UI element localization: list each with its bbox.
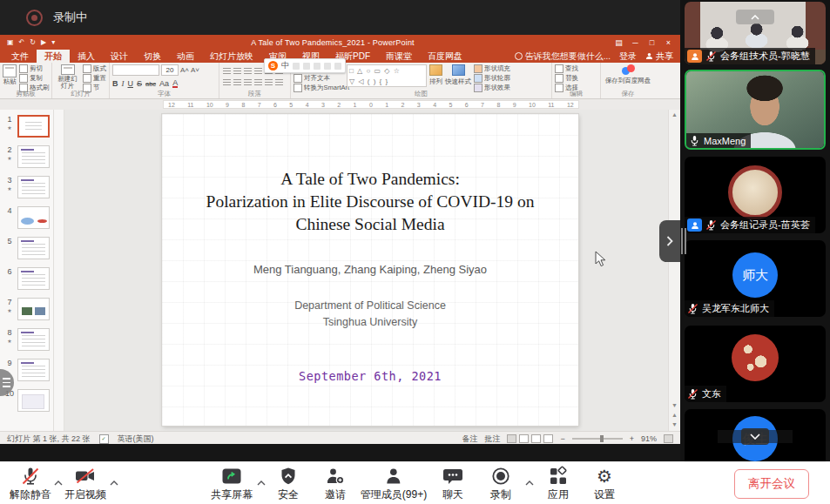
ppt-tab-5[interactable]: 动画 bbox=[169, 50, 202, 63]
slide-thumbnail-3[interactable] bbox=[17, 176, 50, 198]
input-method-bar[interactable]: S 中 bbox=[264, 58, 346, 73]
start-video-button[interactable]: 开启视频 bbox=[64, 465, 106, 502]
replace-button[interactable]: 替换 bbox=[555, 74, 578, 82]
reset-button[interactable]: 重置 bbox=[83, 74, 106, 82]
manage-members-button[interactable]: 管理成员(99+) bbox=[361, 465, 427, 502]
justify-icon[interactable] bbox=[254, 79, 262, 86]
slide-thumbnail-10[interactable] bbox=[17, 389, 50, 412]
maximize-icon[interactable]: □ bbox=[644, 38, 660, 47]
ppt-tab-11[interactable]: 百度网盘 bbox=[420, 50, 470, 63]
sidebar-drag-grip[interactable] bbox=[681, 228, 686, 254]
participant-tile[interactable]: MaxMeng bbox=[685, 70, 826, 150]
fit-to-window-icon[interactable] bbox=[664, 434, 673, 443]
slide-thumbnail-1[interactable] bbox=[17, 115, 50, 138]
slide-thumbnail-row[interactable]: 2★ bbox=[4, 145, 53, 168]
quick-access-toolbar[interactable]: ▣ ↶ ↻ ▶ ▾ bbox=[7, 38, 55, 46]
zoom-out-icon[interactable]: − bbox=[560, 434, 564, 443]
quick-styles-button[interactable]: 快速样式 bbox=[445, 64, 471, 90]
leave-meeting-button[interactable]: 离开会议 bbox=[734, 469, 809, 499]
align-left-icon[interactable] bbox=[223, 79, 231, 86]
reading-view-icon[interactable] bbox=[531, 434, 541, 443]
tell-me-box[interactable]: 告诉我您想要做什么... bbox=[515, 50, 611, 63]
participant-tile[interactable]: 文东 bbox=[685, 326, 826, 402]
close-icon[interactable]: × bbox=[660, 38, 677, 47]
shape-fill-button[interactable]: 形状填充 bbox=[474, 64, 519, 72]
ppt-tab-6[interactable]: 幻灯片放映 bbox=[202, 50, 261, 63]
align-center-icon[interactable] bbox=[233, 79, 241, 86]
ppt-tab-3[interactable]: 设计 bbox=[103, 50, 136, 63]
security-button[interactable]: 安全 bbox=[278, 465, 299, 502]
slide-thumbnail-row[interactable]: 4 bbox=[4, 206, 53, 229]
normal-view-icon[interactable] bbox=[507, 434, 516, 443]
scroll-down-icon[interactable]: ▼ bbox=[671, 402, 678, 408]
indent-increase-icon[interactable] bbox=[254, 68, 262, 75]
ppt-tab-1[interactable]: 开始 bbox=[37, 50, 70, 63]
case-button[interactable]: Aa bbox=[159, 79, 169, 88]
find-button[interactable]: 查找 bbox=[555, 64, 578, 72]
slide-editor[interactable]: A Tale of Two Pandemics: Polarization in… bbox=[54, 110, 680, 431]
ime-tool-icon[interactable] bbox=[293, 63, 300, 70]
slide-thumbnail-6[interactable] bbox=[17, 267, 50, 290]
smartart-icon[interactable] bbox=[275, 79, 283, 86]
underline-button[interactable]: U bbox=[128, 79, 134, 88]
ppt-tab-4[interactable]: 切换 bbox=[136, 50, 169, 63]
zoom-level[interactable]: 91% bbox=[641, 434, 657, 443]
slide-sorter-icon[interactable] bbox=[519, 434, 529, 443]
bold-button[interactable]: B bbox=[112, 79, 118, 88]
save-icon[interactable]: ▣ bbox=[7, 38, 14, 46]
undo-icon[interactable]: ↶ bbox=[19, 38, 25, 46]
slideshow-view-icon[interactable] bbox=[543, 434, 553, 443]
ppt-tab-0[interactable]: 文件 bbox=[3, 50, 37, 63]
copy-button[interactable]: 复制 bbox=[19, 74, 50, 82]
slide-thumbnail-row[interactable]: 6 bbox=[4, 267, 53, 290]
view-switcher[interactable] bbox=[507, 434, 553, 443]
strikethrough-button[interactable]: S bbox=[137, 79, 142, 88]
cut-button[interactable]: 剪切 bbox=[19, 64, 50, 72]
slide-thumbnail-8[interactable] bbox=[17, 328, 50, 351]
slide-thumbnail-5[interactable] bbox=[17, 237, 50, 259]
bullets-icon[interactable] bbox=[223, 68, 231, 75]
new-slide-button[interactable]: 新建幻灯片 bbox=[55, 64, 80, 90]
slide-thumbnail-7[interactable] bbox=[17, 298, 50, 320]
spellcheck-icon[interactable]: ✓ bbox=[99, 434, 109, 444]
font-size-input[interactable]: 20 bbox=[161, 64, 179, 76]
slideshow-icon[interactable]: ▶ bbox=[41, 38, 46, 46]
ime-keyboard-icon[interactable] bbox=[324, 63, 331, 70]
font-name-input[interactable] bbox=[112, 64, 159, 76]
participant-tile[interactable]: 师大 吴龙军东北师大 bbox=[685, 240, 826, 317]
ime-emoji-icon[interactable] bbox=[303, 63, 310, 70]
previous-slide-icon[interactable]: ▲ bbox=[671, 412, 678, 418]
ppt-tab-2[interactable]: 插入 bbox=[70, 50, 103, 63]
share-button[interactable]: 共享 bbox=[645, 50, 673, 63]
shapes-gallery[interactable]: □ △ ○ ▭ ◇ ☆ ▽ ◁ ( ) { } bbox=[347, 64, 427, 87]
slide-thumbnail-row[interactable]: 5 bbox=[4, 237, 53, 259]
video-options-chevron[interactable] bbox=[110, 474, 118, 489]
slide-thumbnail-4[interactable] bbox=[17, 206, 50, 229]
sidebar-collapse-button[interactable] bbox=[741, 428, 769, 445]
ribbon-display-icon[interactable]: ▤ bbox=[611, 38, 627, 47]
participant-tile[interactable]: 会务组记录员-苗英荟 bbox=[685, 157, 826, 233]
slide-thumbnail-row[interactable]: 3★ bbox=[4, 176, 53, 198]
columns-icon[interactable] bbox=[265, 79, 273, 86]
shape-outline-button[interactable]: 形状轮廓 bbox=[474, 74, 519, 82]
zoom-in-icon[interactable]: + bbox=[630, 434, 634, 443]
share-options-chevron[interactable] bbox=[257, 474, 266, 489]
language-status[interactable]: 英语(美国) bbox=[118, 433, 154, 445]
ime-toolbox-icon[interactable] bbox=[334, 63, 341, 70]
editor-scrollbar[interactable]: ▲ ▼ ▲ ▼ bbox=[668, 110, 680, 431]
record-options-chevron[interactable] bbox=[525, 474, 534, 489]
participant-tile[interactable]: 会务组技术员-郭晓慧 bbox=[685, 2, 826, 64]
zoom-slider[interactable] bbox=[572, 438, 623, 440]
layout-button[interactable]: 版式 bbox=[83, 64, 106, 72]
unmute-button[interactable]: 解除静音 bbox=[10, 465, 51, 502]
ime-mode-label[interactable]: 中 bbox=[281, 60, 289, 71]
slide-thumbnail-row[interactable]: 7★ bbox=[4, 298, 53, 320]
slide-thumbnail-9[interactable] bbox=[17, 359, 50, 381]
align-text-button[interactable]: 对齐文本 bbox=[294, 74, 344, 82]
numbering-icon[interactable] bbox=[233, 68, 241, 75]
slide-thumbnail-2[interactable] bbox=[17, 145, 50, 168]
sign-in-button[interactable]: 登录 bbox=[619, 50, 637, 63]
slide-thumbnail-row[interactable]: 10 bbox=[4, 389, 53, 412]
italic-button[interactable]: I bbox=[122, 79, 125, 88]
grow-font-icon[interactable]: A˄ bbox=[180, 66, 189, 74]
